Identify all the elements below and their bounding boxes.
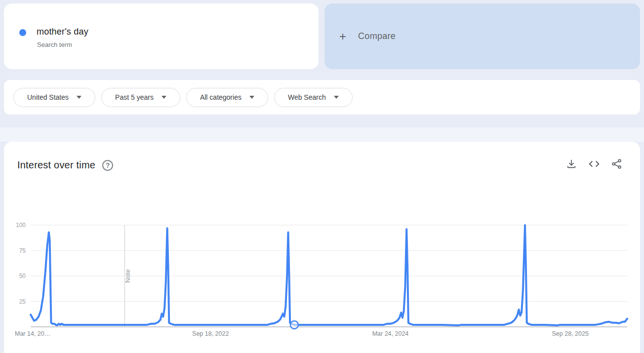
chevron-down-icon: [334, 96, 339, 99]
interest-over-time-chart[interactable]: 255075100NoteMar 14, 20…Sep 18, 2022Mar …: [4, 142, 640, 353]
background-strip: [0, 127, 644, 142]
geo-filter-dropdown[interactable]: United States: [13, 88, 95, 107]
chevron-down-icon: [77, 96, 81, 99]
compare-button[interactable]: + Compare: [324, 3, 640, 69]
search-term-text: mother's day: [37, 27, 88, 37]
note-label: Note: [124, 269, 131, 282]
search-term-type-label: Search term: [37, 41, 72, 48]
filter-bar: United States Past 5 years All categorie…: [4, 80, 640, 115]
chevron-down-icon: [161, 96, 166, 99]
x-axis-tick-label: Mar 24, 2024: [372, 330, 409, 337]
category-filter-dropdown[interactable]: All categories: [186, 88, 268, 107]
y-axis-tick-label: 100: [16, 222, 26, 229]
selected-point-marker[interactable]: [290, 321, 298, 329]
series-color-dot-icon: [19, 29, 26, 36]
x-axis-tick-label: Mar 14, 20…: [15, 330, 50, 337]
search-type-filter-label: Web Search: [288, 93, 326, 101]
trend-line[interactable]: [31, 225, 627, 325]
y-axis-tick-label: 25: [19, 298, 26, 305]
plus-icon: +: [339, 31, 346, 42]
time-filter-dropdown[interactable]: Past 5 years: [101, 88, 180, 107]
y-axis-tick-label: 50: [19, 273, 26, 279]
category-filter-label: All categories: [200, 93, 242, 101]
compare-label: Compare: [358, 31, 396, 41]
interest-over-time-card: Interest over time ? 255075100NoteMar 14…: [4, 142, 640, 353]
search-term-card[interactable]: mother's day Search term: [4, 3, 319, 69]
search-type-filter-dropdown[interactable]: Web Search: [274, 88, 353, 107]
y-axis-tick-label: 75: [19, 247, 26, 254]
x-axis-tick-label: Sep 18, 2022: [192, 330, 229, 337]
chevron-down-icon: [249, 96, 254, 99]
x-axis-tick-label: Sep 28, 2025: [552, 330, 589, 337]
time-filter-label: Past 5 years: [115, 93, 154, 101]
geo-filter-label: United States: [27, 93, 69, 101]
